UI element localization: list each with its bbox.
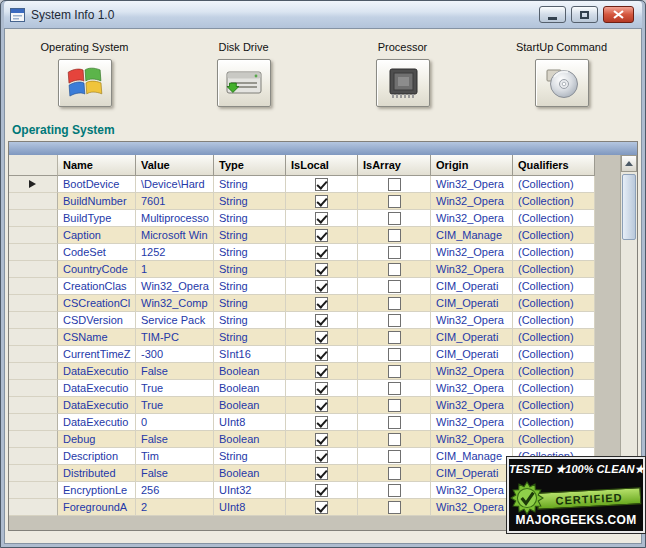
row-selector[interactable] [9,227,58,244]
row-selector[interactable] [9,278,58,295]
disk-drive-button[interactable] [217,59,271,107]
table-row[interactable]: DataExecutioFalseBooleanWin32_Opera(Coll… [9,363,595,380]
islocal-checkbox[interactable] [315,365,328,378]
row-selector[interactable] [9,465,58,482]
islocal-checkbox[interactable] [315,416,328,429]
islocal-checkbox[interactable] [315,229,328,242]
islocal-checkbox[interactable] [315,331,328,344]
minimize-button[interactable] [539,6,566,23]
isarray-checkbox[interactable] [388,433,401,446]
islocal-checkbox[interactable] [315,246,328,259]
row-selector[interactable] [9,414,58,431]
column-header-name[interactable]: Name [58,155,136,176]
row-selector[interactable] [9,193,58,210]
islocal-checkbox[interactable] [315,501,328,514]
row-selector[interactable] [9,244,58,261]
isarray-checkbox[interactable] [388,399,401,412]
islocal-checkbox[interactable] [315,178,328,191]
column-header-type[interactable]: Type [214,155,286,176]
islocal-checkbox[interactable] [315,297,328,310]
operating-system-button[interactable] [58,59,112,107]
isarray-checkbox[interactable] [388,382,401,395]
isarray-checkbox[interactable] [388,450,401,463]
cell-qualifiers: (Collection) [513,397,595,414]
table-row[interactable]: BuildTypeMultiprocessoStringWin32_Opera(… [9,210,595,227]
cell-type: SInt16 [214,346,286,363]
isarray-checkbox[interactable] [388,297,401,310]
check-icon [316,484,327,495]
table-row[interactable]: DataExecutioTrueBooleanWin32_Opera(Colle… [9,397,595,414]
row-selector[interactable] [9,346,58,363]
isarray-checkbox[interactable] [388,263,401,276]
isarray-checkbox[interactable] [388,212,401,225]
isarray-checkbox[interactable] [388,467,401,480]
islocal-checkbox[interactable] [315,484,328,497]
table-row[interactable]: CurrentTimeZ-300SInt16CIM_Operati(Collec… [9,346,595,363]
isarray-checkbox[interactable] [388,246,401,259]
isarray-checkbox[interactable] [388,178,401,191]
row-selector[interactable] [9,176,58,193]
startup-command-button[interactable] [535,59,589,107]
row-selector[interactable] [9,448,58,465]
check-icon [316,331,327,342]
table-row[interactable]: CreationClasWin32_OperaStringCIM_Operati… [9,278,595,295]
table-row[interactable]: CodeSet1252StringWin32_Opera(Collection) [9,244,595,261]
row-selector[interactable] [9,431,58,448]
table-row[interactable]: DataExecutioTrueBooleanWin32_Opera(Colle… [9,380,595,397]
row-selector[interactable] [9,210,58,227]
table-row[interactable]: DebugFalseBooleanWin32_Opera(Collection) [9,431,595,448]
table-row[interactable]: CountryCode1StringWin32_Opera(Collection… [9,261,595,278]
column-header-value[interactable]: Value [136,155,214,176]
islocal-checkbox[interactable] [315,450,328,463]
row-selector[interactable] [9,499,58,516]
islocal-checkbox[interactable] [315,467,328,480]
row-selector[interactable] [9,329,58,346]
column-header-islocal[interactable]: IsLocal [286,155,358,176]
islocal-checkbox[interactable] [315,195,328,208]
processor-button[interactable] [376,59,430,107]
cell-isarray [358,312,431,329]
column-header-isarray[interactable]: IsArray [358,155,431,176]
row-selector-header[interactable] [9,155,58,176]
row-selector[interactable] [9,312,58,329]
isarray-checkbox[interactable] [388,229,401,242]
row-selector[interactable] [9,261,58,278]
row-selector[interactable] [9,397,58,414]
table-row[interactable]: CSNameTIM-PCStringCIM_Operati(Collection… [9,329,595,346]
title-bar[interactable]: System Info 1.0 [4,1,642,28]
isarray-checkbox[interactable] [388,416,401,429]
islocal-checkbox[interactable] [315,212,328,225]
isarray-checkbox[interactable] [388,280,401,293]
column-header-qualifiers[interactable]: Qualifiers [513,155,595,176]
maximize-button[interactable] [571,6,598,23]
table-row[interactable]: DataExecutio0UInt8Win32_Opera(Collection… [9,414,595,431]
islocal-checkbox[interactable] [315,348,328,361]
isarray-checkbox[interactable] [388,314,401,327]
row-selector[interactable] [9,363,58,380]
table-row[interactable]: CSCreationClWin32_CompStringCIM_Operati(… [9,295,595,312]
isarray-checkbox[interactable] [388,484,401,497]
column-header-origin[interactable]: Origin [431,155,513,176]
table-row[interactable]: CSDVersionService PackStringWin32_Opera(… [9,312,595,329]
islocal-checkbox[interactable] [315,314,328,327]
isarray-checkbox[interactable] [388,331,401,344]
close-button[interactable] [603,6,634,23]
islocal-checkbox[interactable] [315,399,328,412]
row-selector[interactable] [9,295,58,312]
islocal-checkbox[interactable] [315,433,328,446]
scrollbar-thumb[interactable] [622,174,636,240]
scroll-up-button[interactable] [621,155,637,172]
isarray-checkbox[interactable] [388,501,401,514]
isarray-checkbox[interactable] [388,195,401,208]
isarray-checkbox[interactable] [388,365,401,378]
table-row[interactable]: BuildNumber7601StringWin32_Opera(Collect… [9,193,595,210]
islocal-checkbox[interactable] [315,382,328,395]
table-row[interactable]: BootDevice\Device\HardStringWin32_Opera(… [9,176,595,193]
islocal-checkbox[interactable] [315,263,328,276]
cell-origin: CIM_Operati [431,346,513,363]
row-selector[interactable] [9,482,58,499]
islocal-checkbox[interactable] [315,280,328,293]
isarray-checkbox[interactable] [388,348,401,361]
table-row[interactable]: CaptionMicrosoft WinStringCIM_Manage(Col… [9,227,595,244]
row-selector[interactable] [9,380,58,397]
